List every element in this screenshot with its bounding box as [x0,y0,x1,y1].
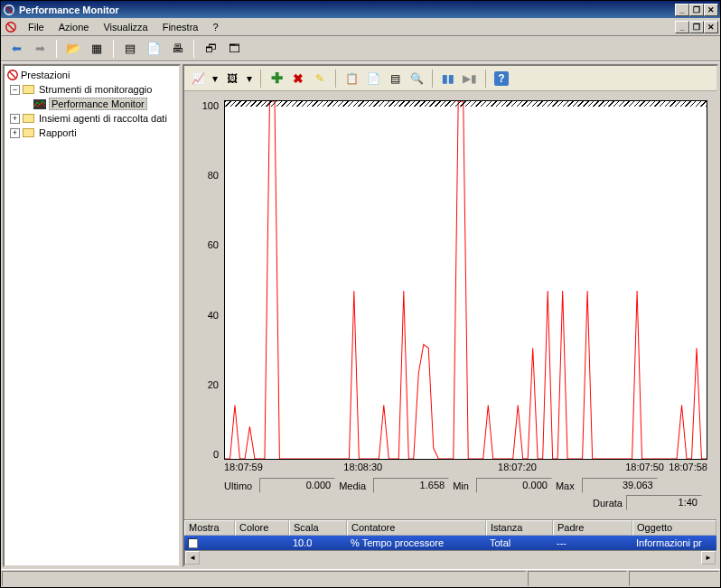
legend-row[interactable]: ✓ 10.0 % Tempo processore Total --- Info… [184,536,716,550]
folder-icon [22,127,34,138]
col-colore[interactable]: Colore [235,520,289,536]
min-label: Min [453,481,473,491]
tree-pane[interactable]: Prestazioni − Strumenti di monitoraggio … [3,64,181,567]
x-axis: 18:07:59 18:08:30 18:07:20 18:07:50 18:0… [193,460,707,474]
minimize-button[interactable]: _ [675,4,689,16]
ultimo-label: Ultimo [224,481,256,491]
collapse-icon[interactable]: − [10,85,20,95]
tree-insiemi[interactable]: + Insiemi agenti di raccolta dati [6,111,177,126]
close-button[interactable]: ✕ [704,4,718,16]
highlight-button[interactable]: ✎ [310,69,330,89]
remove-counter-button[interactable]: ✖ [288,69,308,89]
horizontal-scrollbar[interactable]: ◄ ► [184,550,716,565]
view-graph-button[interactable]: 📈 [188,69,208,89]
col-padre[interactable]: Padre [553,520,632,536]
x-tick: 18:08:30 [343,462,382,472]
max-value: 39.063 [582,478,658,493]
main-toolbar: ⬅ ➡ 📂 ▦ ▤ 📄 🖶 🗗 🗔 [1,36,720,61]
up-folder-button[interactable]: 📂 [63,39,83,59]
cell-padre: --- [553,537,632,548]
properties-button[interactable]: ▤ [120,39,140,59]
back-button[interactable]: ⬅ [6,39,26,59]
max-label: Max [556,481,578,491]
media-label: Media [339,481,370,491]
freeze-button[interactable]: ▮▮ [438,69,458,89]
settings-button[interactable]: 🗔 [224,39,244,59]
folder-icon [22,84,34,95]
col-scala[interactable]: Scala [289,520,347,536]
tree-insiemi-label: Insiemi agenti di raccolta dati [37,113,169,124]
titlebar: Performance Monitor _ ❐ ✕ [1,1,720,18]
y-tick: 100 [193,100,219,111]
col-istanza[interactable]: Istanza [486,520,553,536]
tree-rapporti[interactable]: + Rapporti [6,126,177,140]
col-contatore[interactable]: Contatore [347,520,486,536]
svg-line-1 [6,6,13,13]
scroll-left-button[interactable]: ◄ [185,551,200,565]
expand-icon[interactable]: + [10,114,20,124]
perf-root-icon [6,69,19,81]
x-tick: 18:07:20 [498,462,537,472]
cell-oggetto: Informazioni pr [632,537,716,548]
menu-visualizza[interactable]: Visualizza [96,20,154,34]
tree-root[interactable]: Prestazioni [6,68,177,82]
col-oggetto[interactable]: Oggetto [632,520,716,536]
y-tick: 20 [193,379,219,390]
refresh-button[interactable]: 🗗 [201,39,220,59]
svg-line-5 [10,72,16,79]
main-pane: 📈 ▾ 🖼 ▾ ✚ ✖ ✎ 📋 📄 ▤ 🔍 ▮▮ ▶▮ ? [183,64,718,567]
stats-row: Ultimo 0.000 Media 1.658 Min 0.000 Max 3… [193,474,707,493]
update-button[interactable]: ▶▮ [460,69,480,89]
scroll-right-button[interactable]: ► [701,551,716,565]
show-checkbox[interactable]: ✓ [188,538,198,548]
view-dropdown-button[interactable]: ▾ [210,69,220,89]
app-icon-small [5,21,17,33]
help-chart-button[interactable]: ? [492,69,511,89]
window-title: Performance Monitor [19,5,675,15]
cell-contatore: % Tempo processore [347,537,486,548]
col-mostra[interactable]: Mostra [184,520,235,536]
y-tick: 40 [193,310,219,321]
show-tree-button[interactable]: ▦ [87,39,107,59]
y-tick: 80 [193,170,219,181]
y-tick: 60 [193,239,219,250]
mdi-close-button[interactable]: ✕ [704,21,718,33]
menu-file[interactable]: File [21,20,52,34]
print-button[interactable]: 🖶 [167,39,187,59]
app-icon [3,4,15,16]
dropdown2-button[interactable]: ▾ [244,69,255,89]
tree-perfmon[interactable]: Performance Monitor [6,97,177,111]
x-tick: 18:07:50 [625,462,664,472]
chart-area: 100 80 60 40 20 0 18:07:5 [184,91,716,519]
durata-label: Durata [593,498,623,509]
y-axis: 100 80 60 40 20 0 [193,100,224,460]
mdi-restore-button[interactable]: ❐ [689,21,704,33]
svg-line-3 [8,23,14,30]
media-value: 1.658 [373,478,449,493]
properties-chart-button[interactable]: ▤ [385,69,405,89]
x-tick: 18:07:58 [669,462,707,472]
folder-icon [22,113,34,124]
cell-istanza: Total [486,537,553,548]
cell-scala: 10.0 [289,537,347,548]
tree-root-label: Prestazioni [19,70,71,80]
export-button[interactable]: 📄 [144,39,164,59]
min-value: 0.000 [476,478,552,493]
mdi-minimize-button[interactable]: _ [675,21,689,33]
forward-button[interactable]: ➡ [30,39,50,59]
zoom-button[interactable]: 🔍 [407,69,426,89]
expand-icon[interactable]: + [10,128,20,138]
tree-strumenti-label: Strumenti di monitoraggio [37,84,154,95]
add-counter-button[interactable]: ✚ [267,69,286,89]
screenshot-button[interactable]: 🖼 [222,69,242,89]
menu-help[interactable]: ? [205,20,225,34]
chart-plot[interactable] [224,100,707,460]
tree-strumenti[interactable]: − Strumenti di monitoraggio [6,82,177,97]
copy-button[interactable]: 📋 [342,69,361,89]
menu-azione[interactable]: Azione [52,20,97,34]
menubar: File Azione Visualizza Finestra ? _ ❐ ✕ [1,18,720,36]
maximize-button[interactable]: ❐ [689,4,704,16]
tree-rapporti-label: Rapporti [37,127,79,138]
menu-finestra[interactable]: Finestra [155,20,206,34]
paste-button[interactable]: 📄 [363,69,383,89]
